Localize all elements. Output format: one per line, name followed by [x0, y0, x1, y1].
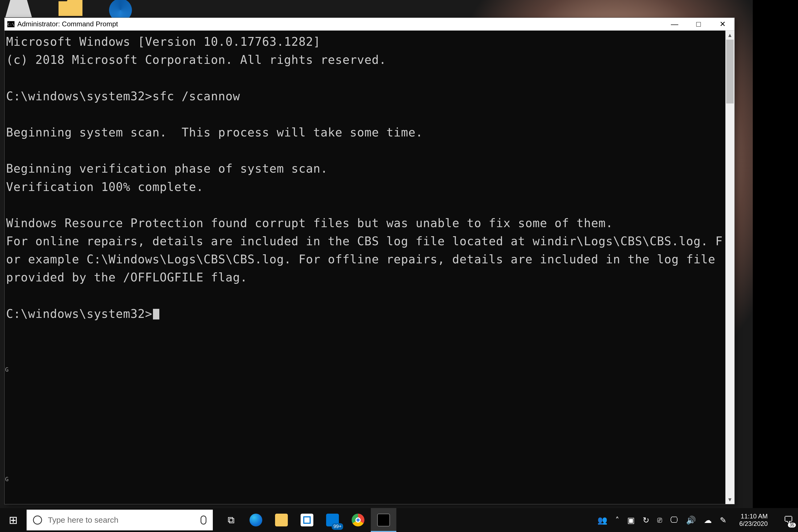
start-button[interactable]: ⊞ [0, 508, 26, 532]
people-icon[interactable]: 👥 [597, 515, 607, 525]
taskbar-app-cmd[interactable] [371, 508, 396, 532]
file-explorer-icon [275, 514, 288, 527]
search-placeholder: Type here to search [48, 515, 195, 525]
titlebar[interactable]: C:\ Administrator: Command Prompt — □ ✕ [4, 18, 735, 31]
vertical-scrollbar[interactable]: ▲ ▼ [725, 31, 735, 504]
mic-icon[interactable] [201, 515, 206, 525]
pen-icon[interactable]: ✎ [720, 515, 726, 525]
battery-icon[interactable]: ▣ [627, 515, 635, 525]
display-icon[interactable]: ⎚ [657, 515, 662, 525]
ms-store-icon [301, 514, 314, 527]
scroll-thumb[interactable] [726, 40, 734, 103]
taskbar-app-explorer[interactable] [269, 508, 294, 532]
taskbar-app-store[interactable] [294, 508, 320, 532]
action-center-button[interactable]: 🗨 35 [780, 512, 796, 528]
terminal-output[interactable]: Microsoft Windows [Version 10.0.17763.12… [4, 31, 725, 504]
chrome-icon [352, 514, 364, 527]
minimize-button[interactable]: — [663, 18, 687, 31]
clock-date: 6/23/2020 [739, 520, 768, 528]
cmd-icon [377, 514, 390, 527]
edge-icon [249, 514, 262, 527]
right-black-bar [753, 0, 798, 511]
sync-icon[interactable]: ↻ [643, 515, 649, 525]
terminal-cursor [153, 309, 159, 320]
taskbar-clock[interactable]: 11:10 AM 6/23/2020 [735, 513, 773, 527]
scroll-track[interactable] [725, 40, 735, 495]
taskbar-app-chrome[interactable] [345, 508, 371, 532]
scroll-up-button[interactable]: ▲ [725, 31, 735, 40]
desktop-folder-icon[interactable] [58, 0, 82, 16]
system-tray: 👥 ˄ ▣ ↻ ⎚ 🖵 🔊 ☁ ✎ 11:10 AM 6/23/2020 🗨 3… [597, 512, 798, 528]
tray-chevron-icon[interactable]: ˄ [615, 515, 619, 525]
command-prompt-window: C:\ Administrator: Command Prompt — □ ✕ … [4, 18, 735, 504]
scroll-down-button[interactable]: ▼ [725, 495, 735, 504]
maximize-button[interactable]: □ [687, 18, 710, 31]
stray-letter: G [5, 476, 8, 482]
taskbar-app-mail[interactable]: 99+ [320, 508, 345, 532]
mail-badge: 99+ [332, 523, 343, 530]
search-icon [33, 515, 42, 525]
notification-count: 35 [788, 523, 796, 528]
search-box[interactable]: Type here to search [26, 510, 213, 530]
cmd-app-icon: C:\ [7, 21, 15, 27]
volume-icon[interactable]: 🔊 [686, 515, 696, 525]
taskbar: ⊞ Type here to search ⧉ 99+ 👥 ˄ ▣ ↻ ⎚ 🖵 … [0, 508, 798, 532]
task-view-button[interactable]: ⧉ [217, 508, 243, 532]
window-title: Administrator: Command Prompt [17, 20, 118, 28]
close-button[interactable]: ✕ [710, 18, 735, 31]
display2-icon[interactable]: 🖵 [670, 515, 678, 525]
clock-time: 11:10 AM [739, 513, 768, 520]
onedrive-icon[interactable]: ☁ [704, 515, 712, 525]
stray-letter: G [5, 366, 8, 373]
taskbar-app-edge[interactable] [243, 508, 269, 532]
recycle-bin-icon[interactable] [5, 0, 32, 17]
